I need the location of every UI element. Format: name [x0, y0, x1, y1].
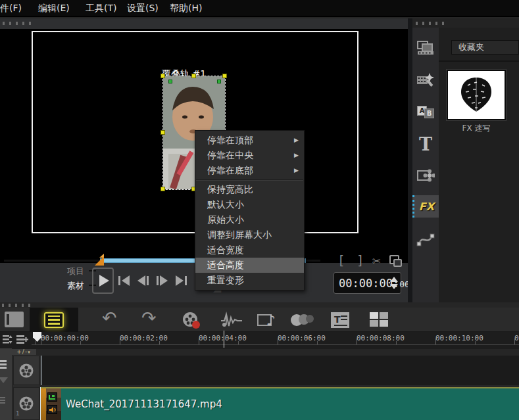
ab-transition-icon: A B: [417, 106, 434, 119]
video-track-icon: [18, 363, 34, 379]
enlarge-preview-icon[interactable]: [389, 255, 399, 264]
motion-tracking-icon[interactable]: [289, 312, 314, 328]
ctx-original-size[interactable]: 原始大小: [195, 212, 304, 227]
play-button[interactable]: [92, 268, 114, 294]
video-clip[interactable]: WeChat_20171113171647.mp4: [41, 387, 519, 420]
panel-divider[interactable]: [408, 18, 412, 302]
resize-handle-top-right[interactable]: [222, 74, 227, 78]
library-nav-strip: A B T FX: [412, 28, 439, 302]
swap-track-icon[interactable]: [0, 360, 7, 369]
video-track-header[interactable]: 1: [13, 387, 39, 420]
sound-mixer-icon[interactable]: [220, 312, 243, 329]
transition-wand-icon: [416, 72, 435, 87]
redo-icon[interactable]: ↷: [141, 308, 157, 328]
add-track-icon[interactable]: [16, 334, 28, 345]
title-icon: T: [419, 134, 432, 154]
auto-music-icon[interactable]: ♪: [257, 311, 278, 329]
ctx-keep-aspect-ratio[interactable]: 保持宽高比: [195, 182, 304, 197]
resize-handle-bottom-left[interactable]: [161, 187, 165, 191]
divider: [439, 60, 519, 62]
play-icon: [99, 275, 109, 287]
track-manager-icon[interactable]: [1, 334, 12, 345]
timeline-edge-strip: [0, 348, 12, 420]
path-curve-icon: [416, 232, 435, 246]
previous-frame-button[interactable]: [137, 274, 149, 287]
filter-thumbnail[interactable]: [447, 70, 506, 120]
speaker-icon: [49, 406, 57, 413]
timeline-view-selected[interactable]: [30, 308, 78, 332]
go-to-end-button[interactable]: [176, 274, 187, 287]
timeline-toolbar: ↶ ↷ ♪ T: [0, 308, 519, 332]
add-remove-track-button[interactable]: +/-▾: [11, 349, 36, 355]
library-panel: A B T FX: [412, 18, 519, 302]
ctx-fit-width[interactable]: 适合宽度: [195, 243, 304, 258]
ctx-fit-height[interactable]: 适合高度: [195, 258, 304, 273]
menu-settings[interactable]: 设置(S): [127, 3, 159, 14]
mark-out-button[interactable]: ]: [357, 253, 364, 268]
motion-path-tab[interactable]: [412, 228, 439, 250]
go-to-start-button[interactable]: [118, 274, 130, 287]
ruler-label: 00:00:10:00: [435, 334, 483, 342]
clip-trim-handle[interactable]: [41, 388, 46, 420]
storyboard-view-icon[interactable]: [5, 312, 24, 327]
scroll-down-icon[interactable]: [0, 377, 8, 383]
spinner-up-icon[interactable]: [390, 277, 398, 282]
menu-help[interactable]: 帮助(H): [170, 3, 202, 14]
transition-tab[interactable]: A B: [412, 101, 439, 124]
audio-badge[interactable]: [47, 405, 57, 414]
video-track-icon: [18, 396, 34, 411]
timeline-panel: ↶ ↷ ♪ T: [0, 302, 519, 420]
graphics-tab[interactable]: [412, 164, 439, 187]
media-library-tab[interactable]: [412, 37, 439, 59]
title-tab[interactable]: T: [412, 133, 439, 155]
pan-zoom-badge[interactable]: [47, 392, 57, 402]
ruler-baseline: [32, 344, 519, 345]
playhead-line: [40, 387, 41, 420]
distort-handle-right[interactable]: [217, 80, 221, 83]
ctx-dock-top[interactable]: 停靠在顶部▶: [195, 133, 304, 148]
track-header-column: 1: [13, 355, 39, 420]
instant-project-tab[interactable]: [412, 68, 439, 91]
ruler-label: 00:00:02:00: [120, 334, 168, 342]
media-icon: [417, 41, 434, 55]
pan-zoom-icon: [49, 394, 56, 400]
ctx-dock-center[interactable]: 停靠在中央▶: [195, 148, 304, 163]
overlay-track-row[interactable]: [41, 356, 519, 385]
mark-in-button[interactable]: [: [337, 253, 345, 268]
project-mode-button[interactable]: 项目: [67, 266, 84, 277]
menu-edit[interactable]: 编辑(E): [38, 3, 70, 14]
resize-handle-top-mid[interactable]: [191, 74, 196, 78]
split-clip-icon[interactable]: ✂: [372, 253, 381, 269]
ruler-label: 00:00:08:00: [357, 334, 405, 342]
overlay-track-header[interactable]: [13, 356, 39, 385]
caret-down-icon: ▾: [28, 350, 31, 355]
record-capture-icon[interactable]: [182, 311, 201, 329]
undo-icon[interactable]: ↶: [102, 308, 117, 328]
ruler-position-hairline: [224, 331, 224, 348]
clip-mode-button[interactable]: 素材: [67, 280, 84, 292]
spinner-down-icon[interactable]: [390, 284, 398, 289]
timeline-view-icon: [44, 312, 64, 328]
ctx-dock-bottom[interactable]: 停靠在底部▶: [195, 163, 304, 178]
menu-separator: [196, 179, 303, 181]
gallery-folder-dropdown[interactable]: 收藏夹: [451, 40, 519, 55]
distort-handle-left[interactable]: [168, 80, 172, 83]
ctx-default-size[interactable]: 默认大小: [195, 197, 304, 212]
menu-bar: 文件(F) 编辑(E) 工具(T) 设置(S) 帮助(H): [0, 0, 519, 17]
timecode-spinner[interactable]: [390, 277, 398, 289]
context-menu: 停靠在顶部▶ 停靠在中央▶ 停靠在底部▶ 保持宽高比 默认大小 原始大小 调整到…: [195, 130, 305, 291]
subtitle-editor-icon[interactable]: T: [330, 312, 350, 329]
timeline-ruler[interactable]: 00:00:00:00 00:00:02:00 00:00:04:00 00:0…: [0, 332, 519, 349]
menu-tools[interactable]: 工具(T): [86, 3, 116, 14]
playhead-line: [41, 356, 41, 385]
menu-file[interactable]: 文件(F): [0, 3, 22, 14]
resize-handle-mid-left[interactable]: [161, 130, 165, 135]
split-screen-template-icon[interactable]: [369, 312, 389, 327]
ruler-label: 00:00:12:00: [514, 334, 519, 342]
timecode-display[interactable]: 00:00:00: 00: [334, 272, 401, 294]
next-frame-button[interactable]: [157, 274, 168, 287]
filter-tab-selected[interactable]: FX: [412, 195, 439, 218]
resize-handle-top-left[interactable]: [161, 74, 165, 78]
ctx-fit-to-screen[interactable]: 调整到屏幕大小: [195, 227, 304, 243]
ctx-reset-distortion[interactable]: 重置变形: [195, 273, 304, 288]
